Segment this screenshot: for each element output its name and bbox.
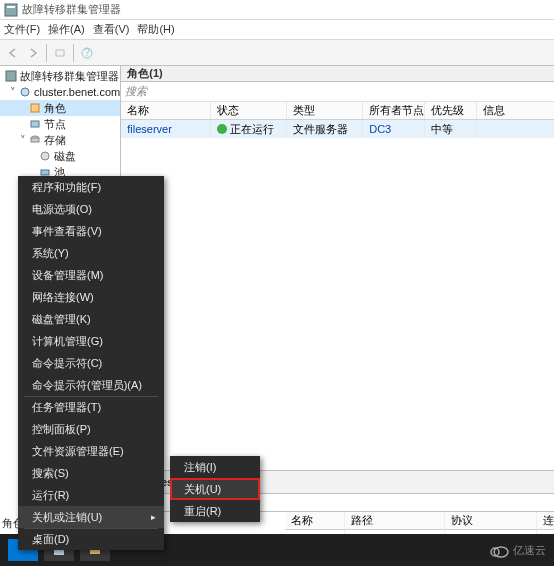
role-name: fileserver [127, 123, 172, 135]
svg-rect-8 [31, 121, 39, 127]
role-priority: 中等 [431, 122, 453, 137]
tree-node[interactable]: 节点 [0, 116, 120, 132]
table-row[interactable]: fileserver 正在运行 文件服务器 DC3 中等 [121, 120, 554, 138]
tree-disk[interactable]: 磁盘 [0, 148, 120, 164]
app-icon [4, 3, 18, 17]
tree-disk-label: 磁盘 [54, 149, 76, 164]
storage-icon [28, 133, 42, 147]
toolbar: ? [0, 40, 554, 66]
menu-file[interactable]: 文件(F) [4, 22, 40, 37]
role-status: 正在运行 [230, 122, 274, 137]
ctx-system[interactable]: 系统(Y) [18, 242, 164, 264]
search-bar[interactable]: 搜索 [121, 82, 554, 102]
ctx-shutdown-signout[interactable]: 关机或注销(U) [18, 506, 164, 528]
nav-forward-icon[interactable] [24, 44, 42, 62]
cluster-icon [18, 85, 32, 99]
ctx-network-conn[interactable]: 网络连接(W) [18, 286, 164, 308]
shutdown-submenu: 注销(I) 关机(U) 重启(R) [170, 456, 260, 522]
ctx-computer-mgmt[interactable]: 计算机管理(G) [18, 330, 164, 352]
svg-point-6 [21, 88, 29, 96]
menu-bar: 文件(F) 操作(A) 查看(V) 帮助(H) [0, 20, 554, 40]
expander-icon[interactable]: ˅ [8, 86, 18, 99]
roles-table: 名称 状态 类型 所有者节点 优先级 信息 fileserver 正在运行 文件… [121, 102, 554, 138]
ctx-run[interactable]: 运行(R) [18, 484, 164, 506]
window-title: 故障转移群集管理器 [22, 2, 121, 17]
col-priority[interactable]: 优先级 [425, 102, 477, 119]
col-name[interactable]: 名称 [121, 102, 211, 119]
ctx-control-panel[interactable]: 控制面板(P) [18, 418, 164, 440]
col-share-path[interactable]: 路径 [345, 512, 445, 529]
toolbar-sep [73, 44, 74, 62]
expander-icon[interactable]: ˅ [18, 134, 28, 147]
search-placeholder: 搜索 [125, 84, 147, 99]
menu-action[interactable]: 操作(A) [48, 22, 85, 37]
tree-storage-label: 存储 [44, 133, 66, 148]
title-bar: 故障转移群集管理器 [0, 0, 554, 20]
submenu-shutdown[interactable]: 关机(U) [170, 478, 260, 500]
menu-view[interactable]: 查看(V) [93, 22, 130, 37]
roles-table-header: 名称 状态 类型 所有者节点 优先级 信息 [121, 102, 554, 120]
svg-rect-12 [41, 170, 49, 175]
tree-node-label: 节点 [44, 117, 66, 132]
disk-icon [38, 149, 52, 163]
winx-context-menu: 程序和功能(F) 电源选项(O) 事件查看器(V) 系统(Y) 设备管理器(M)… [18, 176, 164, 550]
role-icon [28, 101, 42, 115]
svg-rect-5 [6, 71, 16, 81]
ctx-programs-features[interactable]: 程序和功能(F) [18, 176, 164, 198]
content-header: 角色(1) [121, 66, 554, 82]
cluster-mgr-icon [4, 69, 18, 83]
svg-rect-2 [56, 50, 64, 56]
svg-rect-0 [5, 4, 17, 16]
svg-rect-1 [7, 6, 15, 8]
role-type: 文件服务器 [293, 122, 348, 137]
watermark: 亿速云 [487, 542, 546, 558]
cloud-icon [487, 542, 509, 558]
col-type[interactable]: 类型 [287, 102, 363, 119]
ctx-disk-mgmt[interactable]: 磁盘管理(K) [18, 308, 164, 330]
tree-storage[interactable]: ˅ 存储 [0, 132, 120, 148]
ctx-desktop[interactable]: 桌面(D) [18, 528, 164, 550]
toolbar-action-icon[interactable] [51, 44, 69, 62]
tree-root-label: 故障转移群集管理器 [20, 69, 119, 84]
ctx-search[interactable]: 搜索(S) [18, 462, 164, 484]
ctx-power-options[interactable]: 电源选项(O) [18, 198, 164, 220]
col-share-proto[interactable]: 协议 [445, 512, 537, 529]
ctx-file-explorer[interactable]: 文件资源管理器(E) [18, 440, 164, 462]
toolbar-sep [46, 44, 47, 62]
svg-text:?: ? [84, 47, 90, 58]
tree-role[interactable]: 角色 [0, 100, 120, 116]
node-icon [28, 117, 42, 131]
tree-cluster[interactable]: ˅ cluster.benet.com [0, 84, 120, 100]
col-share-avail[interactable]: 连续可用性 [537, 512, 554, 529]
col-share-name[interactable]: 名称 [285, 512, 345, 529]
ctx-task-manager[interactable]: 任务管理器(T) [18, 396, 164, 418]
tree-root[interactable]: 故障转移群集管理器 [0, 68, 120, 84]
toolbar-help-icon[interactable]: ? [78, 44, 96, 62]
ctx-device-manager[interactable]: 设备管理器(M) [18, 264, 164, 286]
svg-point-11 [41, 152, 49, 160]
submenu-restart[interactable]: 重启(R) [170, 500, 260, 522]
watermark-text: 亿速云 [513, 543, 546, 558]
tree-role-label: 角色 [44, 101, 66, 116]
submenu-signout[interactable]: 注销(I) [170, 456, 260, 478]
svg-rect-10 [31, 138, 39, 142]
role-owner: DC3 [369, 123, 391, 135]
svg-rect-7 [31, 104, 39, 112]
ctx-cmd-admin[interactable]: 命令提示符(管理员)(A) [18, 374, 164, 396]
ctx-cmd[interactable]: 命令提示符(C) [18, 352, 164, 374]
nav-back-icon[interactable] [4, 44, 22, 62]
col-info[interactable]: 信息 [477, 102, 554, 119]
status-running-icon [217, 124, 227, 134]
menu-help[interactable]: 帮助(H) [137, 22, 174, 37]
shares-header: 名称 路径 协议 连续可用性 注解 [285, 512, 554, 530]
col-owner[interactable]: 所有者节点 [363, 102, 425, 119]
col-status[interactable]: 状态 [211, 102, 287, 119]
tree-cluster-label: cluster.benet.com [34, 86, 120, 98]
ctx-event-viewer[interactable]: 事件查看器(V) [18, 220, 164, 242]
